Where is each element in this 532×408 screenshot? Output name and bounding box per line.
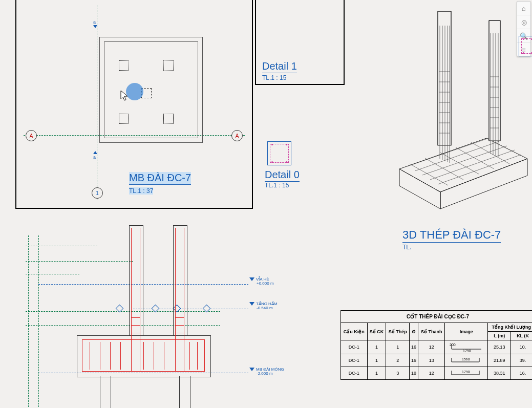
level-mb-mong[interactable]: MB ĐÀI MÓNG -2.000 m xyxy=(249,368,284,376)
svg-text:1560: 1560 xyxy=(462,357,470,361)
svg-line-8 xyxy=(410,164,448,185)
plan-view-title[interactable]: MB ĐÀI ĐC-7 xyxy=(129,172,191,185)
pile-marker[interactable] xyxy=(119,60,129,71)
svg-text:1790: 1790 xyxy=(462,370,470,374)
svg-line-4 xyxy=(415,141,499,171)
rebar-schedule-table[interactable]: CỐT THÉP ĐÀI CỌC ĐC-7 Cấu Kiện Số CK Số … xyxy=(341,310,532,380)
detail1-title[interactable]: Detail 1 xyxy=(262,60,297,73)
schedule-title: CỐT THÉP ĐÀI CỌC ĐC-7 xyxy=(341,311,533,323)
svg-line-6 xyxy=(430,150,515,180)
svg-line-12 xyxy=(471,142,509,164)
view-3d[interactable] xyxy=(389,5,532,220)
pile-marker[interactable] xyxy=(119,114,129,124)
col-tong: Tổng Khối Lượng xyxy=(488,323,532,332)
level-marker-icon xyxy=(249,277,254,281)
view-3d-title[interactable]: 3D THÉP ĐÀI ĐC-7 xyxy=(402,228,501,243)
detail0-rebar-outline xyxy=(270,144,289,163)
svg-marker-0 xyxy=(399,138,527,192)
col-KL: KL (K xyxy=(511,332,532,340)
detail1-scale: TL.1 : 15 xyxy=(262,74,286,81)
col-d: Ø xyxy=(410,323,418,340)
detail1-section[interactable] xyxy=(519,36,532,56)
nav-wheel-icon[interactable]: ◎ xyxy=(517,15,530,29)
svg-line-7 xyxy=(438,155,521,184)
nav-home-icon[interactable]: ⌂ xyxy=(517,2,530,15)
svg-marker-2 xyxy=(440,159,527,209)
section-mark-bottom[interactable]: a xyxy=(93,151,97,160)
svg-rect-13 xyxy=(438,11,451,145)
col-cau-kien: Cấu Kiện xyxy=(341,323,368,340)
svg-line-10 xyxy=(440,153,479,174)
pile-marker[interactable] xyxy=(163,114,174,124)
col-sothanh: Số Thanh xyxy=(418,323,445,340)
foundation-outline[interactable] xyxy=(99,37,203,143)
svg-text:1790: 1790 xyxy=(463,349,471,352)
svg-line-9 xyxy=(425,158,463,180)
pile-2[interactable] xyxy=(179,376,190,408)
foundation-concrete-hatch xyxy=(104,41,198,138)
table-row[interactable]: ĐC-1111612200179025.1310. xyxy=(341,340,533,354)
col-sothep: Số Thép xyxy=(386,323,410,340)
col-sock: Số CK xyxy=(367,323,386,340)
table-row[interactable]: ĐC-1131812179038.3116. xyxy=(341,367,533,380)
svg-line-5 xyxy=(422,146,507,175)
level-marker-icon xyxy=(249,368,254,371)
detail1-rebar-outline xyxy=(521,38,532,54)
svg-line-3 xyxy=(407,137,492,166)
pile-marker[interactable] xyxy=(163,60,174,71)
section-mark-top[interactable]: a xyxy=(93,19,97,29)
detail0-scale: TL.1 : 15 xyxy=(265,182,289,189)
detail0-section[interactable] xyxy=(267,141,291,165)
level-via-he[interactable]: VỈA HÈ +0.000 m xyxy=(249,277,274,286)
grid-bubble-1[interactable]: 1 xyxy=(92,187,103,199)
selection-highlight xyxy=(126,83,143,100)
grid-bubble-a-right[interactable]: A xyxy=(231,130,243,141)
col-image: Image xyxy=(445,323,488,340)
grid-line-1 xyxy=(97,5,97,200)
pile-1[interactable] xyxy=(100,376,111,408)
detail0-title[interactable]: Detail 0 xyxy=(265,169,300,182)
level-marker-icon xyxy=(249,302,254,306)
table-row[interactable]: ĐC-1121613156021.8939. xyxy=(341,354,533,367)
svg-line-11 xyxy=(456,147,494,169)
section-view[interactable]: VỈA HÈ +0.000 m TẦNG HẦM -0.540 m MB ĐÀI… xyxy=(10,215,333,408)
col-L: L (m) xyxy=(488,332,511,340)
svg-text:200: 200 xyxy=(450,343,456,347)
view-3d-scale: TL. xyxy=(402,244,411,251)
svg-marker-1 xyxy=(399,169,440,209)
grid-bubble-a-left[interactable]: A xyxy=(26,130,37,141)
level-tang-ham[interactable]: TẦNG HẦM -0.540 m xyxy=(249,302,278,310)
plan-view-scale: TL.1 : 37 xyxy=(129,187,153,195)
svg-rect-29 xyxy=(489,20,500,141)
